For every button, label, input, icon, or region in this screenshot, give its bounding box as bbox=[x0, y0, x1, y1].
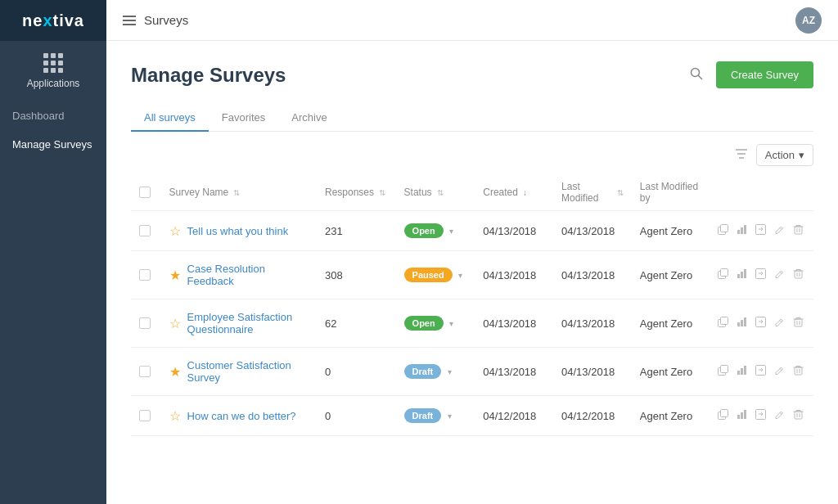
survey-name[interactable]: Employee Satisfaction Questionnaire bbox=[187, 311, 309, 335]
top-bar-title: Surveys bbox=[144, 13, 188, 27]
tab-archive[interactable]: Archive bbox=[278, 105, 340, 132]
copy-icon[interactable] bbox=[716, 407, 730, 424]
svg-rect-68 bbox=[741, 412, 743, 419]
share-icon[interactable] bbox=[754, 315, 768, 331]
status-dropdown-arrow[interactable]: ▾ bbox=[449, 319, 453, 328]
sort-icon-status[interactable]: ⇅ bbox=[437, 188, 444, 197]
sort-icon-responses[interactable]: ⇅ bbox=[379, 188, 385, 197]
svg-line-72 bbox=[780, 413, 782, 415]
chart-icon[interactable] bbox=[735, 407, 749, 424]
top-bar: Surveys AZ bbox=[106, 0, 838, 41]
sidebar: nextiva Applications Dashboard Manage Su… bbox=[0, 0, 106, 504]
row-checkbox[interactable] bbox=[139, 225, 151, 236]
action-dropdown[interactable]: Action ▾ bbox=[756, 144, 813, 166]
sidebar-nav: Dashboard Manage Surveys bbox=[0, 101, 106, 159]
row-responses: 308 bbox=[317, 251, 396, 299]
row-responses: 62 bbox=[317, 299, 396, 348]
status-dropdown-arrow[interactable]: ▾ bbox=[448, 412, 452, 421]
th-select-all bbox=[131, 174, 161, 211]
tab-all-surveys[interactable]: All surveys bbox=[131, 105, 209, 132]
delete-icon[interactable] bbox=[791, 267, 805, 283]
th-survey-name: Survey Name ⇅ bbox=[161, 174, 317, 211]
row-checkbox-cell bbox=[131, 211, 161, 251]
status-badge: Draft bbox=[404, 364, 442, 379]
delete-icon[interactable] bbox=[791, 223, 805, 239]
row-checkbox-cell bbox=[131, 348, 161, 396]
delete-icon[interactable] bbox=[791, 363, 805, 380]
sort-icon-modified[interactable]: ⇅ bbox=[617, 188, 624, 197]
edit-icon[interactable] bbox=[773, 223, 786, 239]
status-dropdown-arrow[interactable]: ▾ bbox=[449, 227, 453, 236]
star-icon[interactable]: ☆ bbox=[169, 316, 181, 331]
row-checkbox[interactable] bbox=[139, 269, 151, 281]
avatar[interactable]: AZ bbox=[795, 7, 822, 34]
chart-icon[interactable] bbox=[735, 223, 749, 239]
copy-icon[interactable] bbox=[716, 223, 730, 239]
survey-name[interactable]: Customer Satisfaction Survey bbox=[187, 359, 309, 384]
row-responses: 0 bbox=[317, 348, 396, 396]
create-survey-button[interactable]: Create Survey bbox=[716, 61, 813, 88]
status-badge: Open bbox=[404, 316, 444, 331]
row-created: 04/12/2018 bbox=[475, 396, 553, 436]
sidebar-item-applications[interactable]: Applications bbox=[0, 41, 106, 101]
star-icon[interactable]: ★ bbox=[169, 268, 181, 283]
survey-name[interactable]: Case Resolution Feedback bbox=[187, 263, 309, 287]
status-dropdown-arrow[interactable]: ▾ bbox=[458, 271, 462, 280]
chevron-down-icon: ▾ bbox=[799, 149, 804, 161]
filter-button[interactable] bbox=[735, 148, 748, 162]
sort-icon-created[interactable]: ↓ bbox=[523, 188, 527, 197]
share-icon[interactable] bbox=[754, 407, 768, 424]
delete-icon[interactable] bbox=[791, 407, 805, 424]
sort-icon-name[interactable]: ⇅ bbox=[233, 188, 240, 197]
star-icon[interactable]: ☆ bbox=[169, 223, 181, 239]
svg-rect-54 bbox=[744, 366, 746, 375]
svg-line-1 bbox=[698, 75, 701, 79]
sidebar-item-manage-surveys[interactable]: Manage Surveys bbox=[0, 130, 106, 159]
star-icon[interactable]: ☆ bbox=[169, 408, 181, 424]
edit-icon[interactable] bbox=[773, 363, 786, 380]
hamburger-icon[interactable] bbox=[123, 16, 136, 25]
row-created: 04/13/2018 bbox=[475, 299, 553, 348]
row-checkbox[interactable] bbox=[139, 410, 151, 421]
th-last-modified: Last Modified ⇅ bbox=[553, 174, 632, 211]
applications-label: Applications bbox=[27, 78, 80, 89]
tab-favorites[interactable]: Favorites bbox=[209, 105, 278, 132]
edit-icon[interactable] bbox=[773, 315, 786, 331]
chart-icon[interactable] bbox=[735, 363, 749, 380]
chart-icon[interactable] bbox=[735, 315, 749, 331]
svg-rect-67 bbox=[737, 415, 740, 419]
svg-rect-73 bbox=[795, 412, 802, 419]
row-last-modified: 04/13/2018 bbox=[553, 251, 632, 299]
select-all-checkbox[interactable] bbox=[139, 187, 151, 198]
sidebar-item-dashboard[interactable]: Dashboard bbox=[0, 101, 106, 130]
copy-icon[interactable] bbox=[716, 315, 730, 331]
row-name-cell: ☆ How can we do better? bbox=[161, 396, 317, 436]
row-actions-cell bbox=[708, 299, 813, 348]
row-status-cell: Draft ▾ bbox=[396, 348, 475, 396]
svg-rect-52 bbox=[737, 371, 740, 375]
copy-icon[interactable] bbox=[716, 363, 730, 380]
row-checkbox[interactable] bbox=[139, 317, 151, 329]
survey-name[interactable]: How can we do better? bbox=[187, 410, 296, 422]
row-checkbox[interactable] bbox=[139, 366, 151, 377]
th-responses: Responses ⇅ bbox=[317, 174, 396, 211]
row-status-cell: Draft ▾ bbox=[396, 396, 475, 436]
delete-icon[interactable] bbox=[791, 315, 805, 331]
share-icon[interactable] bbox=[754, 267, 768, 283]
table-header-row: Survey Name ⇅ Responses ⇅ Status ⇅ bbox=[131, 174, 813, 211]
survey-name[interactable]: Tell us what you think bbox=[187, 225, 289, 237]
status-badge: Open bbox=[404, 223, 444, 238]
copy-icon[interactable] bbox=[716, 267, 730, 283]
table-controls: Action ▾ bbox=[131, 144, 813, 166]
edit-icon[interactable] bbox=[773, 407, 786, 424]
chart-icon[interactable] bbox=[735, 267, 749, 283]
star-icon[interactable]: ★ bbox=[169, 364, 181, 380]
share-icon[interactable] bbox=[754, 363, 768, 380]
status-dropdown-arrow[interactable]: ▾ bbox=[448, 367, 452, 376]
row-actions-cell bbox=[708, 211, 813, 251]
row-actions-cell bbox=[708, 348, 813, 396]
edit-icon[interactable] bbox=[773, 267, 786, 283]
table-row: ☆ Employee Satisfaction Questionnaire 62… bbox=[131, 299, 813, 348]
search-button[interactable] bbox=[687, 64, 706, 87]
share-icon[interactable] bbox=[754, 223, 768, 239]
